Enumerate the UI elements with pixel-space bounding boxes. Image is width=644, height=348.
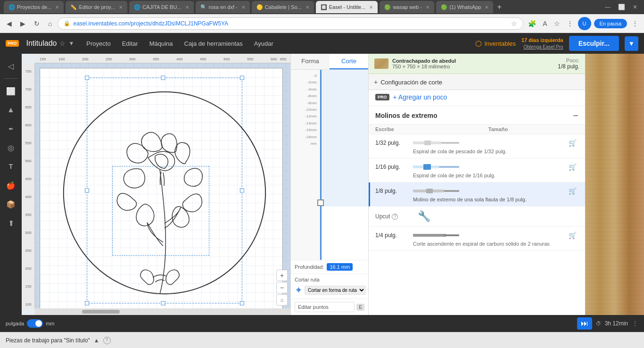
- toolbar-circle-icon[interactable]: ◎: [2, 139, 19, 156]
- unit-toggle: pulgada mm: [6, 319, 54, 328]
- zoom-fit-button[interactable]: ⌂: [276, 294, 288, 306]
- tab-whatsapp[interactable]: 🟢 (1) WhatsApp ✕: [436, 1, 493, 13]
- cutter-row-1-8[interactable]: 1/8 pulg. 🛒 Molino de extremo de una sol…: [369, 182, 585, 207]
- cart-button-1-16[interactable]: 🛒: [567, 162, 578, 172]
- upcut-question-icon[interactable]: ?: [392, 214, 398, 220]
- sculpt-button[interactable]: Esculpir...: [569, 36, 619, 51]
- star-shape-icon: ✦: [295, 284, 303, 296]
- extensions-icon[interactable]: 🧩: [526, 18, 538, 29]
- upcut-icon-area: 🔧: [418, 210, 430, 223]
- tab-icon: 🔍: [200, 4, 207, 10]
- window-close-icon[interactable]: ✕: [630, 4, 640, 10]
- editar-puntos-button[interactable]: Editar puntos: [295, 302, 355, 312]
- back-button[interactable]: ◀: [4, 18, 15, 29]
- zoom-out-button[interactable]: −: [276, 282, 288, 293]
- bookmark-icon[interactable]: ☆: [552, 18, 562, 29]
- svg-text:500: 500: [223, 57, 230, 61]
- bottom-bar: pulgada mm ⏭ ⏱ 3h 12min ⋮: [0, 315, 644, 332]
- tab-close-icon[interactable]: ✕: [485, 5, 488, 10]
- tab-close-icon[interactable]: ✕: [185, 5, 189, 10]
- toolbar-box-icon[interactable]: 📦: [2, 196, 19, 213]
- pause-button[interactable]: En pausa: [594, 19, 627, 28]
- toolbar-pen-icon[interactable]: ✒: [2, 120, 19, 137]
- toolbar-text-icon[interactable]: T: [2, 158, 19, 175]
- cart-button-1-8[interactable]: 🛒: [567, 186, 578, 196]
- tab-caballete[interactable]: 🟡 Caballete | So... ✕: [252, 1, 314, 13]
- cart-button-1-4[interactable]: 🛒: [567, 231, 578, 240]
- tab-wasap[interactable]: 🟢 wasap web - ✕: [380, 1, 434, 13]
- wood-grain: [585, 54, 644, 315]
- bookmark-star-icon[interactable]: ☆: [511, 20, 517, 27]
- inventables-button[interactable]: ⬡ Inventables: [475, 39, 516, 48]
- nav-caja[interactable]: Caja de herramientas: [180, 37, 248, 50]
- main-content: ◁ ⬜ ▲ ✒ ◎ T 🍎 📦 ⬆ 150 100 200 250 300 35…: [0, 54, 644, 315]
- tab-corte[interactable]: Corte: [330, 54, 368, 69]
- window-restore-icon[interactable]: ⬜: [615, 4, 628, 10]
- forward-button[interactable]: ▶: [17, 18, 28, 29]
- tab-close-icon[interactable]: ✕: [119, 5, 123, 10]
- tab-easel[interactable]: 🔲 Easel - Untitle... ✕: [316, 1, 378, 13]
- svg-text:650: 650: [280, 57, 287, 61]
- nav-editar[interactable]: Editar: [117, 37, 143, 50]
- home-button[interactable]: ⌂: [45, 18, 55, 29]
- config-add-button[interactable]: +: [374, 78, 378, 86]
- more-icon[interactable]: ⋮: [565, 18, 575, 29]
- tab-close-icon[interactable]: ✕: [305, 5, 309, 10]
- window-minimize-icon[interactable]: —: [602, 4, 613, 10]
- cutter-row-1-4[interactable]: 1/4 pulg. 🛒 Corte ascendente en espiral …: [369, 227, 585, 251]
- poco-value: 1/8 pulg.: [558, 63, 579, 70]
- toolbar-collapse-icon[interactable]: ◁: [2, 58, 19, 75]
- config-header-bar: + Configuración de corte: [368, 75, 585, 90]
- section-title: Molinos de extremo: [375, 112, 437, 119]
- nav-maquina[interactable]: Máquina: [145, 37, 178, 50]
- nav-proyecto[interactable]: Proyecto: [82, 37, 115, 50]
- user-avatar[interactable]: U: [578, 17, 591, 30]
- translate-icon[interactable]: A: [541, 18, 549, 29]
- bit-image-1-16: [413, 163, 460, 171]
- add-poco-button[interactable]: + Agregar un poco: [393, 93, 447, 101]
- new-tab-button[interactable]: +: [495, 3, 503, 11]
- title-dropdown-button[interactable]: ▼: [68, 40, 74, 47]
- tab-cajita[interactable]: 🌐 CAJITA DE BU... ✕: [129, 1, 193, 13]
- tab-close-icon[interactable]: ✕: [426, 5, 429, 10]
- browser-menu-icon[interactable]: ⋮: [630, 18, 640, 29]
- playback-more-button[interactable]: ⋮: [632, 320, 638, 327]
- cortar-dropdown[interactable]: Cortar en forma de ruta: [305, 286, 366, 295]
- work-area[interactable]: [40, 68, 283, 308]
- tab-close-icon[interactable]: ✕: [369, 5, 373, 10]
- tab-rosa[interactable]: 🔍 rosa en dxf - ✕: [196, 1, 250, 13]
- horizontal-scrollbar[interactable]: [35, 308, 290, 315]
- tab-proyectos[interactable]: 🌐 Proyectos de... ✕: [4, 1, 64, 13]
- unit-toggle-switch[interactable]: [27, 319, 43, 328]
- cutter-row-1-16[interactable]: 1/16 pulg. 🛒 Espiral de cola de pez de 1…: [369, 158, 585, 182]
- section-collapse-button[interactable]: −: [573, 111, 578, 120]
- depth-handle[interactable]: [317, 199, 324, 206]
- cutter-row-1-32[interactable]: 1/32 pulg. 🛒 Espiral de cola de pescado …: [369, 134, 585, 158]
- reload-button[interactable]: ↻: [31, 18, 42, 29]
- svg-text:600: 600: [25, 123, 32, 127]
- nav-ayudar[interactable]: Ayudar: [249, 37, 278, 50]
- sculpt-dropdown-button[interactable]: ▼: [625, 36, 638, 51]
- tab-icon: 🌐: [134, 4, 140, 10]
- svg-text:150: 150: [25, 284, 32, 289]
- toolbar-triangle-icon[interactable]: ▲: [2, 101, 19, 118]
- canvas-grid[interactable]: [35, 63, 290, 308]
- scroll-thumb[interactable]: [82, 310, 120, 314]
- favorite-star-button[interactable]: ☆: [59, 40, 66, 47]
- zoom-in-button[interactable]: +: [276, 270, 288, 281]
- tab-forma[interactable]: Forma: [291, 54, 330, 69]
- svg-rect-29: [161, 76, 165, 80]
- fast-forward-button[interactable]: ⏭: [577, 317, 592, 330]
- tab-editor[interactable]: ✏️ Editor de proy... ✕: [66, 1, 127, 13]
- pieces-help-button[interactable]: ?: [103, 337, 111, 344]
- toolbar-import-icon[interactable]: ⬆: [2, 215, 19, 232]
- toolbar-shapes-icon[interactable]: ⬜: [2, 83, 19, 99]
- tab-close-icon[interactable]: ✕: [55, 5, 59, 10]
- svg-text:550: 550: [25, 141, 32, 145]
- tab-close-icon[interactable]: ✕: [241, 5, 245, 10]
- profundidad-value[interactable]: 16.1 mm: [327, 263, 353, 271]
- pieces-collapse-button[interactable]: ▲: [94, 337, 99, 344]
- toolbar-apple-icon[interactable]: 🍎: [2, 177, 19, 194]
- forma-corte-panel: Forma Corte -0 -2mm -4mm -6mm -8mm -10mm…: [290, 54, 368, 315]
- cart-button-1-32[interactable]: 🛒: [567, 138, 578, 148]
